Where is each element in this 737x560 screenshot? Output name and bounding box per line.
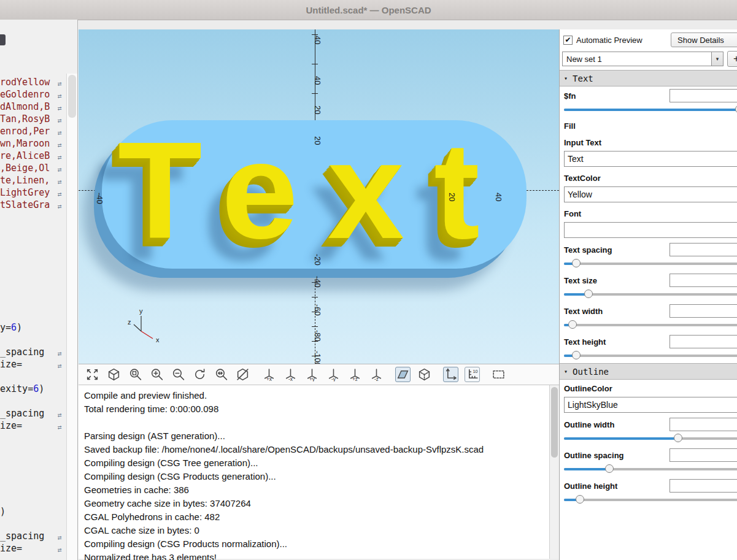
zoom-window-icon[interactable] xyxy=(128,367,143,382)
slider-track[interactable] xyxy=(564,355,737,357)
editor-scrollbar[interactable] xyxy=(66,74,77,560)
editor-line[interactable]: LightGrey⇄ xyxy=(0,186,66,199)
param-slider[interactable] xyxy=(564,464,737,474)
editor-panel[interactable]: rodYellow⇄eGoldenro⇄dAlmond,B⇄Tan,RosyB⇄… xyxy=(0,20,78,560)
editor-line[interactable]: y=6) xyxy=(0,321,66,334)
editor-line[interactable]: _spacing⇄ xyxy=(0,346,66,358)
view-positive-y-icon[interactable]: +y xyxy=(304,367,320,382)
view-negative-x-icon[interactable]: -x xyxy=(283,367,298,382)
param-value-input[interactable] xyxy=(669,304,737,318)
param-value-input[interactable] xyxy=(669,418,737,431)
editor-code[interactable]: rodYellow⇄eGoldenro⇄dAlmond,B⇄Tan,RosyB⇄… xyxy=(0,76,66,554)
param-slider[interactable] xyxy=(564,289,737,299)
editor-line[interactable] xyxy=(0,236,66,248)
preset-combobox[interactable]: New set 1 xyxy=(562,52,712,66)
slider-track[interactable] xyxy=(564,263,737,265)
zoom-fit-icon[interactable] xyxy=(214,367,229,382)
param-value-input[interactable] xyxy=(669,335,737,348)
reset-view-icon[interactable] xyxy=(192,367,207,382)
view-negative-y-icon[interactable]: -y xyxy=(326,367,341,382)
window-titlebar[interactable]: Untitled.scad* — OpenSCAD xyxy=(0,0,737,20)
param-value-input[interactable] xyxy=(669,243,737,256)
editor-line[interactable] xyxy=(0,334,66,346)
param-value-input[interactable] xyxy=(669,479,737,493)
console-scrollbar-thumb[interactable] xyxy=(551,387,558,458)
editor-line[interactable]: te,Linen,⇄ xyxy=(0,174,66,186)
editor-line[interactable]: exity=6) xyxy=(0,383,66,395)
param-value-input[interactable] xyxy=(669,89,737,102)
editor-line[interactable] xyxy=(0,456,66,469)
editor-line[interactable] xyxy=(0,432,66,444)
editor-line[interactable]: _spacing⇄ xyxy=(0,407,66,420)
shaded-surface-button[interactable] xyxy=(395,367,411,382)
editor-line[interactable]: ,Beige,Ol⇄ xyxy=(0,162,66,174)
editor-line[interactable]: Tan,RosyB⇄ xyxy=(0,113,66,125)
param-value-input[interactable] xyxy=(669,274,737,287)
parameter-sync-icon[interactable]: ⇄ xyxy=(58,544,62,556)
param-slider[interactable] xyxy=(564,104,737,115)
editor-line[interactable] xyxy=(0,309,66,321)
editor-line[interactable]: enrod,Per⇄ xyxy=(0,125,66,137)
param-value-input[interactable] xyxy=(669,448,737,462)
view-all-icon[interactable] xyxy=(85,367,100,382)
editor-line[interactable] xyxy=(0,260,66,272)
slider-handle[interactable] xyxy=(674,434,682,442)
editor-line[interactable] xyxy=(0,285,66,297)
editor-line[interactable]: tSlateGra⇄ xyxy=(0,199,66,211)
view-positive-z-icon[interactable]: +z xyxy=(347,367,363,382)
editor-line[interactable]: dAlmond,B⇄ xyxy=(0,101,66,113)
editor-line[interactable]: ) xyxy=(0,505,66,518)
editor-line[interactable]: rodYellow⇄ xyxy=(0,76,66,88)
section-header-outline[interactable]: ▾Outline xyxy=(560,363,737,380)
slider-handle[interactable] xyxy=(572,351,581,359)
editor-line[interactable] xyxy=(0,518,66,530)
editor-line[interactable] xyxy=(0,481,66,493)
editor-line[interactable]: ize=⇄ xyxy=(0,542,66,554)
editor-line[interactable]: eGoldenro⇄ xyxy=(0,88,66,101)
param-text-input[interactable]: Text xyxy=(564,151,737,167)
add-preset-button[interactable]: + xyxy=(727,51,737,67)
section-view-icon[interactable] xyxy=(235,367,250,382)
show-axes-button[interactable] xyxy=(443,367,458,382)
zoom-in-icon[interactable] xyxy=(149,367,164,382)
editor-line[interactable] xyxy=(0,493,66,505)
editor-line[interactable] xyxy=(0,370,66,383)
editor-line[interactable] xyxy=(0,395,66,407)
editor-line[interactable] xyxy=(0,297,66,309)
3d-viewport[interactable]: Text 40402020-20-40-60-80-100-402040 y z… xyxy=(79,29,559,364)
slider-handle[interactable] xyxy=(568,320,577,329)
automatic-preview-checkbox[interactable]: ✔ xyxy=(563,36,573,45)
preset-dropdown-arrow-icon[interactable]: ▾ xyxy=(712,52,723,66)
param-slider[interactable] xyxy=(564,320,737,330)
perspective-cube-icon[interactable] xyxy=(106,367,122,382)
editor-line[interactable] xyxy=(0,223,66,236)
editor-line[interactable] xyxy=(0,469,66,481)
editor-line[interactable] xyxy=(0,272,66,285)
slider-handle[interactable] xyxy=(584,290,593,298)
editor-line[interactable] xyxy=(0,444,66,456)
param-combobox[interactable]: LightSkyBlue xyxy=(564,397,737,413)
slider-handle[interactable] xyxy=(572,259,581,267)
param-combobox[interactable]: Yellow xyxy=(564,186,737,202)
editor-line[interactable]: wn,Maroon⇄ xyxy=(0,137,66,150)
editor-line[interactable]: _spacing⇄ xyxy=(0,530,66,542)
view-negative-z-icon[interactable]: -z xyxy=(369,367,384,382)
param-slider[interactable] xyxy=(564,258,737,269)
editor-line[interactable]: ize=⇄ xyxy=(0,420,66,432)
console-scrollbar[interactable] xyxy=(549,385,559,559)
slider-track[interactable] xyxy=(564,499,737,501)
slider-track[interactable] xyxy=(564,324,737,326)
param-combobox[interactable] xyxy=(564,222,737,238)
view-boundary-icon[interactable] xyxy=(491,367,506,382)
show-details-button[interactable]: Show Details xyxy=(671,33,737,47)
view-positive-x-icon[interactable]: +x xyxy=(261,367,277,382)
param-slider[interactable] xyxy=(564,350,737,361)
editor-line[interactable] xyxy=(0,248,66,260)
zoom-out-icon[interactable] xyxy=(171,367,186,382)
show-scale-markers-button[interactable]: 10 xyxy=(465,367,480,382)
editor-line[interactable]: ize=⇄ xyxy=(0,358,66,370)
editor-line[interactable]: re,AliceB⇄ xyxy=(0,150,66,162)
slider-handle[interactable] xyxy=(605,464,614,473)
param-slider[interactable] xyxy=(564,494,737,505)
editor-line[interactable] xyxy=(0,211,66,223)
